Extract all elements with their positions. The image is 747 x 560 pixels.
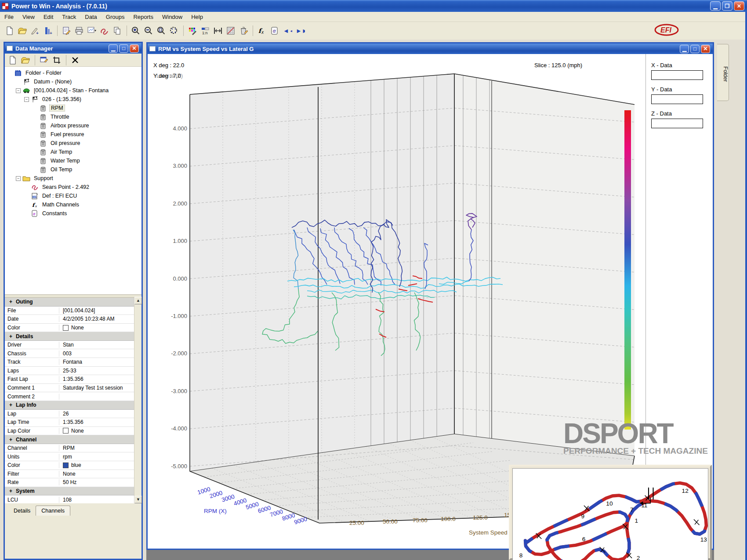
tree-item-fuel-pressure[interactable]: Fuel pressure [5, 130, 141, 139]
edit-note-button[interactable] [60, 25, 72, 37]
menu-track[interactable]: Track [58, 12, 80, 22]
fit-width-button[interactable] [212, 25, 224, 37]
grid-row-driver[interactable]: DriverStan [5, 341, 141, 350]
tree-item-oil-pressure[interactable]: Oil pressure [5, 139, 141, 148]
menu-groups[interactable]: Groups [102, 12, 129, 22]
dm-open-button[interactable] [19, 54, 31, 66]
tree-item-sears-point-2-492[interactable]: Sears Point - 2.492 [5, 183, 141, 191]
restore-button[interactable]: ❐ [722, 1, 732, 11]
tree-expander[interactable]: − [24, 97, 29, 102]
grid-row-chassis[interactable]: Chassis003 [5, 349, 141, 358]
menu-edit[interactable]: Edit [39, 12, 58, 22]
zoom-selection-button[interactable] [168, 25, 180, 37]
math-function-button[interactable]: fx [256, 25, 268, 37]
dm-new-button[interactable] [7, 54, 18, 66]
tree-item-support[interactable]: −Support [5, 174, 141, 183]
grid-overlay-button[interactable] [225, 25, 236, 37]
grid-row-color[interactable]: ColorNone [5, 324, 141, 332]
tree-item-def-efi-ecu[interactable]: DEFDef : EFI ECU [5, 191, 141, 200]
print-button[interactable] [73, 25, 85, 37]
open-file-button[interactable] [16, 25, 28, 37]
chart-maximize-button[interactable]: □ [690, 45, 700, 53]
zoom-page-button[interactable] [155, 25, 167, 37]
constants-button[interactable]: α [268, 25, 280, 37]
color-palette-button[interactable] [186, 25, 198, 37]
tree-item-026-1-35-356[interactable]: −026 - (1:35.356) [5, 95, 141, 104]
grid-row-lap-color[interactable]: Lap ColorNone [5, 427, 141, 436]
close-button[interactable]: ✕ [734, 1, 744, 11]
grid-row-lcu[interactable]: LCU108 [5, 495, 141, 504]
grid-row-channel[interactable]: ChannelRPM [5, 444, 141, 453]
tree-item-constants[interactable]: αConstants [5, 209, 141, 218]
grid-row-laps[interactable]: Laps25-33 [5, 367, 141, 376]
x-data-field[interactable] [651, 70, 703, 80]
zoom-out-button[interactable] [142, 25, 154, 37]
grid-row-lap-time[interactable]: Lap Time1:35.356 [5, 418, 141, 427]
grid-section-channel[interactable]: +Channel [5, 435, 141, 444]
tree-item-001-004-024-stan-fontana[interactable]: −[001.004.024] - Stan - Fontana [5, 86, 141, 95]
tree-item-datum-none[interactable]: Datum - (None) [5, 77, 141, 86]
previous-lap-button[interactable]: ◄◄ [281, 25, 293, 37]
tab-channels[interactable]: Channels [36, 506, 70, 516]
import-data-button[interactable]: + [42, 25, 54, 37]
folder-dock-tab[interactable]: Folder [717, 44, 729, 101]
grid-section-outing[interactable]: +Outing [5, 298, 141, 307]
tree-item-throttle[interactable]: Throttle [5, 112, 141, 121]
menu-window[interactable]: Window [158, 12, 187, 22]
dm-close-button[interactable]: ✕ [130, 44, 139, 53]
dm-delete-button[interactable] [69, 54, 81, 66]
minimize-button[interactable]: ▁ [710, 1, 721, 11]
zoom-in-button[interactable] [130, 25, 141, 37]
add-annotation-button[interactable]: + [29, 25, 41, 37]
new-document-button[interactable] [4, 25, 15, 37]
grid-row-color[interactable]: Colorblue [5, 461, 141, 470]
dm-minimize-button[interactable]: ▁ [109, 44, 118, 53]
menu-file[interactable]: File [0, 12, 18, 22]
track-map-canvas[interactable]: 12345678910111213 [512, 468, 708, 560]
next-lap-button[interactable]: ►► [294, 25, 306, 37]
tree-item-oil-temp[interactable]: Oil Temp [5, 165, 141, 174]
dm-crop-button[interactable] [51, 54, 62, 66]
grid-row-lap[interactable]: Lap26 [5, 410, 141, 419]
chart-type-button[interactable] [86, 25, 98, 37]
grid-row-comment-2[interactable]: Comment 2 [5, 392, 141, 401]
grid-section-details[interactable]: +Details [5, 332, 141, 341]
grid-section-system[interactable]: +System [5, 487, 141, 496]
grid-row-comment-1[interactable]: Comment 1Saturday Test 1st session [5, 384, 141, 393]
z-data-field[interactable] [651, 119, 703, 128]
tree-item-math-channels[interactable]: fxMath Channels [5, 200, 141, 209]
dm-maximize-button[interactable]: □ [119, 44, 128, 53]
tree-item-air-temp[interactable]: Air Temp [5, 148, 141, 156]
copy-pages-button[interactable] [111, 25, 123, 37]
menu-view[interactable]: View [18, 12, 39, 22]
chart-minimize-button[interactable]: ▁ [680, 45, 689, 53]
grid-row-units[interactable]: Unitsrpm [5, 452, 141, 461]
details-scrollbar[interactable]: ▲ ▼ [134, 297, 141, 503]
tree-item-folder-folder[interactable]: Folder - Folder [5, 69, 141, 77]
dm-properties-button[interactable] [38, 54, 50, 66]
menu-data[interactable]: Data [80, 12, 101, 22]
delete-edit-button[interactable] [237, 25, 249, 37]
color-swatch[interactable] [63, 325, 69, 331]
tree-item-rpm[interactable]: RPM [5, 104, 141, 112]
tree-item-water-temp[interactable]: Water Temp [5, 156, 141, 165]
tab-details[interactable]: Details [8, 506, 36, 516]
grid-row-track[interactable]: TrackFontana [5, 358, 141, 367]
grid-row-fast-lap[interactable]: Fast Lap1:35.356 [5, 375, 141, 384]
tree-expander[interactable]: − [16, 176, 21, 181]
track-curves-button[interactable] [98, 25, 110, 37]
tree-expander[interactable]: − [16, 88, 21, 93]
y-data-field[interactable] [651, 94, 703, 104]
scroll-up-arrow[interactable]: ▲ [134, 297, 142, 304]
menu-reports[interactable]: Reports [129, 12, 158, 22]
grid-row-rate[interactable]: Rate50 Hz [5, 478, 141, 487]
grid-row-filter[interactable]: FilterNone [5, 470, 141, 479]
grid-section-lap-info[interactable]: +Lap Info [5, 401, 141, 410]
chart-close-button[interactable]: ✕ [701, 45, 710, 53]
menu-help[interactable]: Help [187, 12, 207, 22]
color-swatch[interactable] [63, 462, 69, 468]
ratio-button[interactable]: 1:n [199, 25, 211, 37]
grid-row-date[interactable]: Date4/2/2005 10:23:48 AM [5, 315, 141, 324]
scroll-down-arrow[interactable]: ▼ [134, 496, 142, 503]
color-swatch[interactable] [63, 428, 69, 434]
